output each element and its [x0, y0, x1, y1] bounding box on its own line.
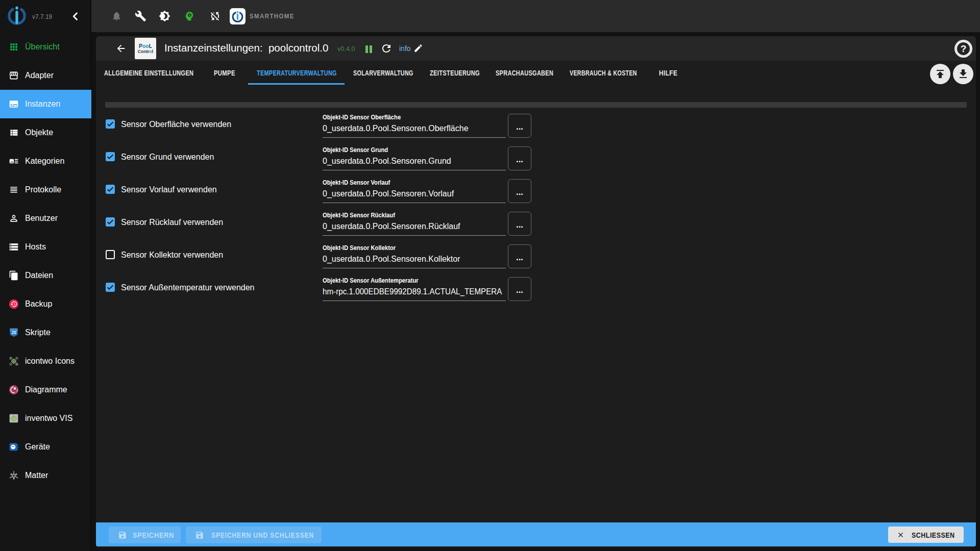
svg-text:JS: JS	[11, 330, 17, 335]
